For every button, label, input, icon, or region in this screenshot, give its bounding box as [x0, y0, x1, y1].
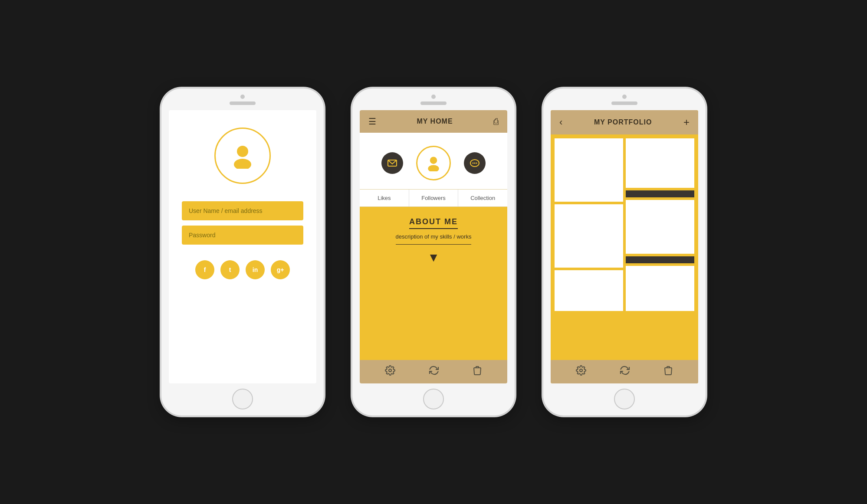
twitter-button[interactable]: t [220, 260, 240, 279]
portfolio-cell-2 [626, 138, 694, 188]
phones-container: f t in g+ ☰ MY HOME ⎙ [143, 70, 724, 434]
avatar-icon [230, 143, 256, 169]
profile-row [381, 146, 486, 180]
svg-point-7 [474, 163, 476, 164]
portfolio-header: ‹ MY PORTFOLIO + [551, 110, 698, 134]
portfolio-cell-1 [555, 138, 623, 202]
portfolio-cell-6 [626, 266, 694, 270]
phone-bottom-2 [352, 389, 515, 416]
linkedin-button[interactable]: in [246, 260, 265, 279]
settings-icon-2[interactable] [385, 365, 395, 378]
home-button-2[interactable] [423, 389, 444, 409]
envelope-icon [388, 160, 397, 167]
about-me-title: ABOUT ME [409, 217, 458, 229]
googleplus-button[interactable]: g+ [271, 260, 290, 279]
svg-point-1 [234, 159, 251, 169]
camera-3 [622, 95, 627, 99]
phone-bottom-1 [161, 389, 324, 416]
myhome-title: MY HOME [417, 118, 453, 125]
refresh-icon-3[interactable] [619, 365, 631, 378]
profile-avatar-icon [425, 155, 442, 171]
svg-point-0 [237, 146, 248, 157]
camera-2 [431, 95, 436, 99]
hamburger-icon[interactable]: ☰ [368, 116, 376, 127]
edit-icon[interactable]: ⎙ [493, 117, 499, 127]
speaker-3 [611, 101, 637, 105]
phone-top-1 [161, 88, 324, 105]
username-input[interactable] [182, 201, 303, 220]
myhome-toolbar [360, 360, 507, 383]
chat-button[interactable] [464, 152, 486, 174]
phone-portfolio: ‹ MY PORTFOLIO + [542, 87, 707, 417]
about-me-section: ABOUT ME description of my skills / work… [360, 207, 507, 360]
myhome-header: ☰ MY HOME ⎙ [360, 110, 507, 133]
tab-likes[interactable]: Likes [360, 190, 409, 206]
portfolio-toolbar [551, 360, 698, 383]
tab-collection[interactable]: Collection [458, 190, 507, 206]
phone-top-2 [352, 88, 515, 105]
message-button[interactable] [381, 152, 403, 174]
svg-point-9 [389, 369, 391, 372]
speaker-2 [420, 101, 447, 105]
svg-point-4 [428, 165, 439, 171]
phone-login: f t in g+ [160, 87, 325, 417]
myhome-screen: ☰ MY HOME ⎙ [360, 110, 507, 383]
svg-point-3 [430, 157, 437, 164]
portfolio-cell-3 [626, 200, 694, 204]
svg-point-6 [473, 163, 474, 164]
back-icon[interactable]: ‹ [559, 117, 562, 128]
about-me-description: description of my skills / works [396, 233, 472, 245]
svg-point-8 [476, 163, 477, 164]
phone-myhome: ☰ MY HOME ⎙ [351, 87, 516, 417]
portfolio-cell-8 [626, 270, 694, 311]
login-screen: f t in g+ [169, 110, 316, 383]
facebook-button[interactable]: f [195, 260, 214, 279]
camera-1 [240, 95, 245, 99]
settings-icon-3[interactable] [576, 365, 586, 378]
home-button-1[interactable] [232, 389, 253, 409]
avatar-circle [214, 128, 271, 184]
svg-point-10 [580, 369, 582, 372]
profile-avatar[interactable] [416, 146, 451, 180]
portfolio-cell-7 [555, 270, 623, 311]
portfolio-label-1 [626, 190, 694, 197]
portfolio-label-2 [626, 256, 694, 263]
home-button-3[interactable] [614, 389, 635, 409]
tab-followers[interactable]: Followers [409, 190, 459, 206]
profile-area [360, 133, 507, 189]
tabs-row: Likes Followers Collection [360, 189, 507, 207]
trash-icon-2[interactable] [473, 365, 482, 378]
add-icon[interactable]: + [683, 116, 690, 128]
down-arrow-icon: ▼ [427, 251, 440, 265]
phone-bottom-3 [543, 389, 706, 416]
phone-top-3 [543, 88, 706, 105]
portfolio-title: MY PORTFOLIO [594, 118, 652, 126]
social-icons-row: f t in g+ [195, 260, 290, 279]
password-input[interactable] [182, 226, 303, 245]
portfolio-screen: ‹ MY PORTFOLIO + [551, 110, 698, 383]
portfolio-cell-5 [626, 204, 694, 254]
chat-icon [470, 159, 479, 167]
refresh-icon-2[interactable] [428, 365, 440, 378]
portfolio-cell-4 [555, 204, 623, 268]
speaker-1 [230, 101, 256, 105]
trash-icon-3[interactable] [663, 365, 673, 378]
